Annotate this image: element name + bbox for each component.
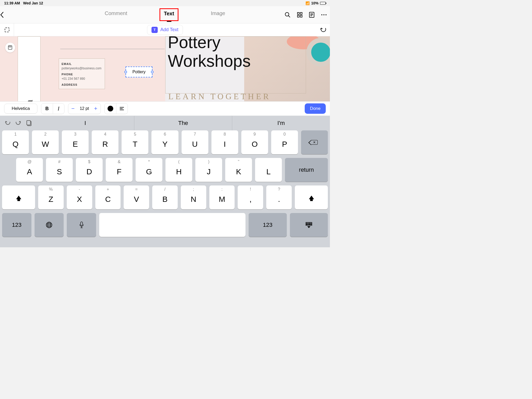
- contact-info-box: EMAIL potteryworks@business.com PHONE +0…: [59, 58, 105, 89]
- key-v[interactable]: =V: [124, 185, 149, 209]
- key-space[interactable]: [99, 213, 245, 237]
- key-r[interactable]: 4R: [92, 130, 118, 154]
- key-i[interactable]: 8I: [211, 130, 238, 154]
- search-icon[interactable]: [285, 12, 290, 18]
- key-a[interactable]: @A: [16, 158, 43, 182]
- key-row-1: 1Q 2W 3E 4R 5T 6Y 7U 8I 9O 0P ✕: [2, 130, 328, 154]
- key-dictation[interactable]: [67, 213, 96, 237]
- key-hide-keyboard[interactable]: [290, 213, 328, 237]
- page-left[interactable]: Inform EMAIL potteryworks@business.com P…: [0, 36, 165, 101]
- email-value: potteryworks@business.com: [62, 66, 102, 70]
- key-w[interactable]: 2W: [32, 130, 59, 154]
- key-x[interactable]: -X: [67, 185, 92, 209]
- tab-image[interactable]: Image: [210, 8, 226, 21]
- microphone-icon: [79, 222, 84, 228]
- key-j[interactable]: )J: [195, 158, 222, 182]
- tab-comment[interactable]: Comment: [104, 8, 128, 21]
- key-h[interactable]: (H: [165, 158, 192, 182]
- key-return[interactable]: return: [285, 158, 328, 182]
- font-selector[interactable]: Helvetica: [4, 104, 37, 114]
- key-row-2: @A #S $D &F *G (H )J "K L return: [2, 158, 328, 182]
- key-shift-right[interactable]: [295, 185, 328, 209]
- svg-line-1: [289, 16, 290, 17]
- svg-rect-22: [81, 222, 83, 225]
- svg-rect-2: [297, 12, 299, 14]
- hero-title: PotteryWorkshops: [168, 36, 251, 70]
- font-size-increase[interactable]: +: [91, 103, 101, 114]
- key-comma[interactable]: !,: [238, 185, 263, 209]
- bold-button[interactable]: B: [41, 103, 53, 114]
- add-text-button[interactable]: T Add Text: [147, 25, 183, 35]
- email-label: EMAIL: [62, 62, 102, 65]
- italic-button[interactable]: I: [53, 103, 64, 114]
- address-label: ADDRESS: [62, 83, 102, 86]
- key-shift-left[interactable]: [2, 185, 35, 209]
- phone-label: PHONE: [62, 73, 102, 76]
- key-n[interactable]: ;N: [181, 185, 206, 209]
- sub-toolbar: T Add Text: [0, 23, 330, 36]
- key-g[interactable]: *G: [136, 158, 162, 182]
- key-p[interactable]: 0P: [271, 130, 298, 154]
- backspace-icon: ✕: [311, 140, 318, 145]
- battery-icon: [320, 2, 326, 5]
- kb-clipboard-icon[interactable]: [26, 120, 32, 126]
- svg-rect-13: [8, 46, 12, 49]
- svg-rect-5: [300, 15, 302, 17]
- key-row-4: 123 123: [2, 213, 328, 237]
- resize-handle-left[interactable]: [124, 71, 127, 73]
- grid-icon[interactable]: [297, 12, 302, 17]
- text-color-button[interactable]: [105, 103, 116, 114]
- save-icon[interactable]: [5, 43, 15, 52]
- svg-rect-14: [9, 46, 11, 47]
- text-box-icon: T: [151, 27, 158, 33]
- key-d[interactable]: $D: [76, 158, 103, 182]
- divider: [60, 49, 165, 49]
- key-b[interactable]: /B: [152, 185, 178, 209]
- key-m[interactable]: :M: [209, 185, 235, 209]
- key-numbers-right[interactable]: 123: [249, 213, 287, 237]
- key-s[interactable]: #S: [46, 158, 73, 182]
- key-t[interactable]: 5T: [122, 130, 148, 154]
- key-u[interactable]: 7U: [182, 130, 208, 154]
- marquee-select-tool[interactable]: [0, 23, 14, 36]
- key-l[interactable]: L: [255, 158, 282, 182]
- kb-redo-icon[interactable]: [16, 121, 21, 125]
- text-edit-field[interactable]: Pottery: [125, 66, 152, 77]
- align-button[interactable]: [116, 103, 128, 114]
- done-button[interactable]: Done: [305, 103, 326, 114]
- panel-icon[interactable]: [309, 12, 314, 18]
- add-text-label: Add Text: [160, 27, 178, 32]
- key-y[interactable]: 6Y: [151, 130, 178, 154]
- key-e[interactable]: 3E: [62, 130, 89, 154]
- svg-point-11: [323, 14, 324, 15]
- key-k[interactable]: "K: [225, 158, 252, 182]
- key-globe[interactable]: [35, 213, 64, 237]
- font-size-decrease[interactable]: −: [68, 103, 78, 114]
- suggestion-2[interactable]: The: [134, 116, 232, 130]
- kb-undo-icon[interactable]: [5, 121, 10, 125]
- document-canvas[interactable]: Inform EMAIL potteryworks@business.com P…: [0, 36, 330, 101]
- key-f[interactable]: &F: [106, 158, 132, 182]
- key-c[interactable]: +C: [95, 185, 121, 209]
- svg-rect-4: [297, 15, 299, 17]
- resize-handle-right[interactable]: [151, 71, 154, 73]
- key-period[interactable]: ?.: [266, 185, 292, 209]
- page-right[interactable]: PotteryWorkshops LEARN TOGETHER: [165, 36, 330, 101]
- status-bar: 11:39 AM Wed Jan 12 10%: [0, 0, 330, 6]
- undo-button[interactable]: [320, 27, 326, 32]
- text-format-bar: Helvetica B I − 12 pt + Done: [0, 101, 330, 116]
- suggestion-1[interactable]: I: [36, 116, 134, 130]
- key-q[interactable]: 1Q: [2, 130, 29, 154]
- tab-text[interactable]: Text: [159, 8, 179, 21]
- back-button[interactable]: [0, 12, 16, 18]
- key-z[interactable]: %Z: [38, 185, 64, 209]
- key-o[interactable]: 9O: [241, 130, 268, 154]
- font-size-value[interactable]: 12 pt: [78, 106, 91, 111]
- key-numbers-left[interactable]: 123: [2, 213, 31, 237]
- key-backspace[interactable]: ✕: [301, 130, 328, 154]
- suggestion-3[interactable]: I'm: [232, 116, 330, 130]
- more-icon[interactable]: [321, 14, 327, 16]
- vertical-heading-box: Inform: [18, 36, 41, 101]
- svg-rect-16: [27, 121, 30, 125]
- shift-icon: [309, 196, 314, 199]
